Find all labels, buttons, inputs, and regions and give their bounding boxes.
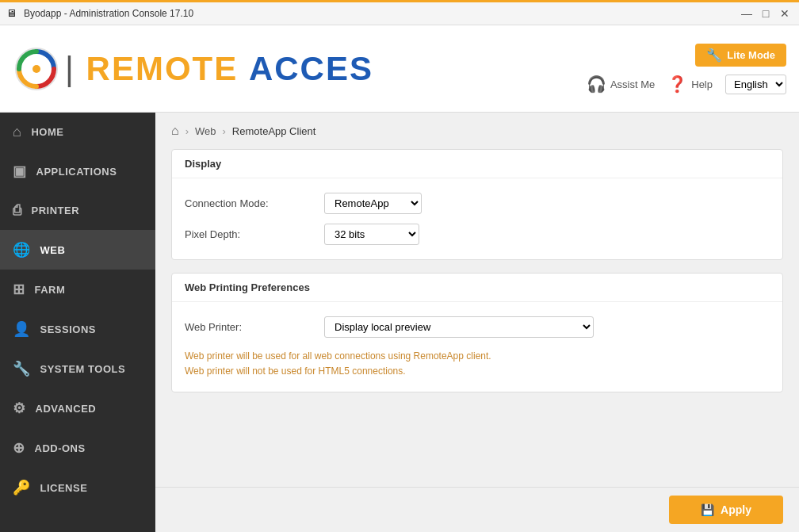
sidebar-label-applications: APPLICATIONS (36, 166, 117, 178)
sidebar-item-sessions[interactable]: 👤 SESSIONS (0, 309, 155, 349)
sidebar-item-system-tools[interactable]: 🔧 SYSTEM TOOLS (0, 349, 155, 388)
settings-container: Display Connection Mode: RemoteApp Deskt… (155, 149, 799, 421)
connection-mode-select[interactable]: RemoteApp Desktop SeamlessRDP (324, 193, 422, 214)
web-icon: 🌐 (13, 241, 31, 258)
breadcrumb-home[interactable]: ⌂ (171, 124, 179, 138)
assist-me-button[interactable]: 🎧 Assist Me (587, 75, 655, 94)
logo-remote: REMOTE (86, 50, 239, 87)
display-panel-body: Connection Mode: RemoteApp Desktop Seaml… (172, 178, 782, 259)
sidebar-item-farm[interactable]: ⊞ FARM (0, 270, 155, 309)
applications-icon: ▣ (13, 163, 27, 180)
window-title: Byodapp - Administration Console 17.10 (24, 8, 739, 19)
sessions-icon: 👤 (13, 320, 31, 338)
wrench-icon: 🔧 (706, 48, 722, 63)
printer-icon: ⎙ (13, 202, 22, 219)
help-button[interactable]: ❓ Help (667, 75, 713, 94)
farm-icon: ⊞ (13, 281, 25, 298)
pixel-depth-label: Pixel Depth: (185, 228, 312, 240)
breadcrumb-sep-2: › (223, 125, 226, 137)
logo-text: | REMOTE ACCES (65, 50, 373, 88)
web-printer-info: Web printer will be used for all web con… (185, 343, 770, 382)
svg-point-1 (32, 65, 40, 73)
breadcrumb-sep-1: › (185, 125, 189, 137)
sidebar-label-farm: FARM (35, 284, 66, 296)
lite-mode-label: Lite Mode (727, 49, 775, 61)
breadcrumb-web[interactable]: Web (195, 125, 216, 137)
sidebar-item-home[interactable]: ⌂ HOME (0, 113, 155, 151)
sidebar-item-add-ons[interactable]: ⊕ ADD-ONS (0, 428, 155, 468)
main-content: ⌂ › Web › RemoteApp Client Display Conne… (155, 113, 799, 487)
display-panel-header: Display (172, 150, 782, 178)
sidebar-label-license: LICENSE (40, 482, 88, 494)
logo-acces: ACCES (249, 50, 373, 87)
sidebar-item-web[interactable]: 🌐 WEB (0, 230, 155, 270)
advanced-icon: ⚙ (13, 400, 26, 417)
footer: 💾 Apply (155, 487, 799, 532)
maximize-button[interactable]: □ (758, 6, 774, 21)
help-icon: ❓ (667, 75, 687, 94)
save-icon: 💾 (701, 503, 714, 516)
language-select[interactable]: English (725, 75, 786, 94)
apply-label: Apply (721, 503, 751, 516)
sidebar-label-printer: PRINTER (32, 205, 80, 216)
header: | REMOTE ACCES 🔧 Lite Mode 🎧 Assist Me ❓… (0, 25, 799, 113)
help-label: Help (691, 78, 713, 90)
web-printer-row: Web Printer: Display local preview Defau… (185, 312, 770, 343)
sidebar-label-add-ons: ADD-ONS (35, 442, 86, 454)
system-tools-icon: 🔧 (13, 360, 31, 377)
breadcrumb: ⌂ › Web › RemoteApp Client (155, 113, 799, 149)
display-panel: Display Connection Mode: RemoteApp Deskt… (171, 149, 783, 260)
web-printing-panel: Web Printing Preferences Web Printer: Di… (171, 273, 783, 392)
sidebar-label-advanced: ADVANCED (36, 403, 97, 415)
apply-button[interactable]: 💾 Apply (669, 496, 783, 524)
add-ons-icon: ⊕ (13, 439, 25, 457)
web-printer-label: Web Printer: (185, 321, 312, 333)
web-printing-panel-header: Web Printing Preferences (172, 274, 782, 302)
logo-icon (13, 45, 60, 93)
header-right: 🔧 Lite Mode 🎧 Assist Me ❓ Help English (587, 44, 786, 94)
license-icon: 🔑 (13, 479, 31, 496)
titlebar: 🖥 Byodapp - Administration Console 17.10… (0, 0, 799, 25)
breadcrumb-current: RemoteApp Client (232, 125, 316, 137)
close-button[interactable]: ✕ (777, 6, 793, 21)
pixel-depth-row: Pixel Depth: 8 bits 16 bits 24 bits 32 b… (185, 219, 770, 250)
sidebar-item-applications[interactable]: ▣ APPLICATIONS (0, 151, 155, 191)
main-wrapper: ⌂ › Web › RemoteApp Client Display Conne… (155, 113, 799, 532)
minimize-button[interactable]: ― (739, 6, 755, 21)
web-printer-select[interactable]: Display local preview Default printer As… (324, 316, 594, 338)
assist-icon: 🎧 (587, 75, 606, 94)
assist-me-label: Assist Me (610, 78, 655, 90)
sidebar-label-home: HOME (31, 126, 63, 138)
sidebar-item-printer[interactable]: ⎙ PRINTER (0, 191, 155, 230)
sidebar-item-license[interactable]: 🔑 LICENSE (0, 468, 155, 507)
web-printing-panel-body: Web Printer: Display local preview Defau… (172, 302, 782, 392)
lite-mode-button[interactable]: 🔧 Lite Mode (695, 44, 786, 67)
sidebar-item-advanced[interactable]: ⚙ ADVANCED (0, 388, 155, 428)
logo-area: | REMOTE ACCES (13, 45, 587, 93)
sidebar: ⌂ HOME ▣ APPLICATIONS ⎙ PRINTER 🌐 WEB ⊞ … (0, 113, 155, 532)
app-container: | REMOTE ACCES 🔧 Lite Mode 🎧 Assist Me ❓… (0, 25, 799, 532)
sidebar-label-sessions: SESSIONS (40, 323, 96, 335)
app-icon: 🖥 (6, 7, 19, 20)
sidebar-label-system-tools: SYSTEM TOOLS (40, 363, 126, 375)
sidebar-label-web: WEB (40, 244, 66, 256)
header-actions: 🎧 Assist Me ❓ Help English (587, 75, 786, 94)
web-printer-info-line2: Web printer will not be used for HTML5 c… (185, 364, 770, 379)
content-area: ⌂ HOME ▣ APPLICATIONS ⎙ PRINTER 🌐 WEB ⊞ … (0, 113, 799, 532)
connection-mode-row: Connection Mode: RemoteApp Desktop Seaml… (185, 188, 770, 219)
connection-mode-label: Connection Mode: (185, 197, 312, 209)
window-controls: ― □ ✕ (739, 6, 793, 21)
pixel-depth-select[interactable]: 8 bits 16 bits 24 bits 32 bits (324, 224, 419, 245)
home-icon: ⌂ (13, 124, 21, 140)
web-printer-info-line1: Web printer will be used for all web con… (185, 349, 770, 364)
